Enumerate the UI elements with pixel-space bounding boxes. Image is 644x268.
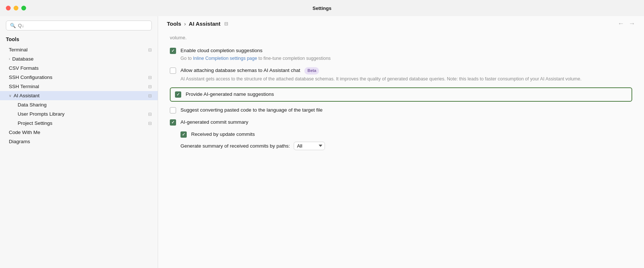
content-area: Tools › AI Assistant ⊟ ← → volume. Enabl… [158,16,644,268]
setting-label-ai-commit-summary: AI-generated commit summary [180,119,632,126]
setting-ai-commit-summary: AI-generated commit summary [170,119,632,126]
setting-label-enable-cloud: Enable cloud completion suggestions [180,47,632,54]
sidebar-item-ssh-terminal[interactable]: SSH Terminal ⊟ [0,82,158,91]
sidebar-item-project-settings[interactable]: Project Settings ⊟ [0,119,158,128]
pop-out-icon[interactable]: ⊟ [224,21,228,26]
window-title: Settings [312,6,331,11]
checkbox-provide-ai-name[interactable] [175,91,181,98]
close-button[interactable] [6,6,11,11]
setting-enable-cloud: Enable cloud completion suggestions Go t… [170,47,632,62]
sync-icon: ⊟ [148,121,152,126]
sidebar: 🔍 Tools Terminal ⊟ › Database CSV Format… [0,16,158,268]
sub-setting-received-by-update: Received by update commits [180,131,632,138]
sync-icon: ⊟ [148,93,152,98]
chevron-right-icon: › [9,57,10,61]
chevron-down-icon: ∨ [9,94,11,98]
faded-top-text: volume. [170,31,632,47]
window-controls [6,6,26,11]
sidebar-item-terminal[interactable]: Terminal ⊟ [0,45,158,54]
sidebar-item-diagrams[interactable]: Diagrams [0,137,158,146]
search-icon: 🔍 [10,23,16,28]
sync-icon: ⊟ [148,84,152,89]
settings-content: volume. Enable cloud completion suggesti… [158,31,644,268]
checkbox-suggest-converting[interactable] [170,107,176,113]
checkbox-received-by-update[interactable] [180,131,187,138]
setting-allow-attaching: Allow attaching database schemas to AI A… [170,67,632,82]
setting-label-provide-ai-name: Provide AI-generated name suggestions [186,91,627,98]
setting-label-received-by-update: Received by update commits [191,131,255,138]
titlebar: Settings [0,0,644,16]
setting-text-suggest-converting: Suggest converting pasted code to the la… [180,107,632,114]
sidebar-item-data-sharing[interactable]: Data Sharing [0,100,158,109]
setting-provide-ai-name: Provide AI-generated name suggestions [170,87,632,102]
setting-label-allow-attaching: Allow attaching database schemas to AI A… [180,67,632,74]
sync-icon: ⊟ [148,112,152,117]
breadcrumb-separator: › [184,21,186,27]
sync-icon: ⊟ [148,47,152,52]
sidebar-item-ai-assistant[interactable]: ∨ AI Assistant ⊟ [0,91,158,100]
breadcrumb-bar: Tools › AI Assistant ⊟ ← → [158,16,644,31]
setting-suggest-converting: Suggest converting pasted code to the la… [170,107,632,114]
checkbox-enable-cloud[interactable] [170,48,176,54]
setting-text-ai-commit-summary: AI-generated commit summary [180,119,632,126]
search-container: 🔍 [0,21,158,35]
sidebar-item-csv-formats[interactable]: CSV Formats [0,64,158,73]
breadcrumb-current: AI Assistant [189,21,221,27]
maximize-button[interactable] [21,6,26,11]
generate-summary-row: Generate summary of received commits by … [180,142,632,150]
sync-icon: ⊟ [148,75,152,80]
setting-text-enable-cloud: Enable cloud completion suggestions Go t… [180,47,632,62]
setting-text-provide-ai-name: Provide AI-generated name suggestions [186,91,627,98]
checkbox-allow-attaching[interactable] [170,68,176,74]
inline-completion-link[interactable]: Inline Completion settings page [193,56,257,61]
main-layout: 🔍 Tools Terminal ⊟ › Database CSV Format… [0,16,644,268]
search-input[interactable] [18,23,148,28]
sidebar-item-user-prompts-library[interactable]: User Prompts Library ⊟ [0,109,158,119]
minimize-button[interactable] [14,6,18,11]
nav-arrows: ← → [618,20,635,28]
sidebar-item-database[interactable]: › Database [0,54,158,64]
setting-text-allow-attaching: Allow attaching database schemas to AI A… [180,67,632,82]
setting-desc-enable-cloud: Go to Inline Completion settings page to… [180,55,632,62]
breadcrumb-parent[interactable]: Tools [167,21,181,27]
beta-badge: Beta [304,67,319,74]
setting-label-suggest-converting: Suggest converting pasted code to the la… [180,107,632,114]
setting-desc-allow-attaching: AI Assistant gets access to the structur… [180,76,632,83]
checkbox-ai-commit-summary[interactable] [170,119,176,126]
generate-summary-label: Generate summary of received commits by … [180,143,290,149]
forward-button[interactable]: → [629,20,635,28]
generate-summary-select[interactable]: All Changed None [294,142,325,150]
sidebar-section-tools: Tools [0,35,158,45]
sidebar-item-ssh-configurations[interactable]: SSH Configurations ⊟ [0,73,158,82]
back-button[interactable]: ← [618,20,624,28]
sidebar-item-code-with-me[interactable]: Code With Me [0,128,158,137]
search-box: 🔍 [6,21,152,30]
